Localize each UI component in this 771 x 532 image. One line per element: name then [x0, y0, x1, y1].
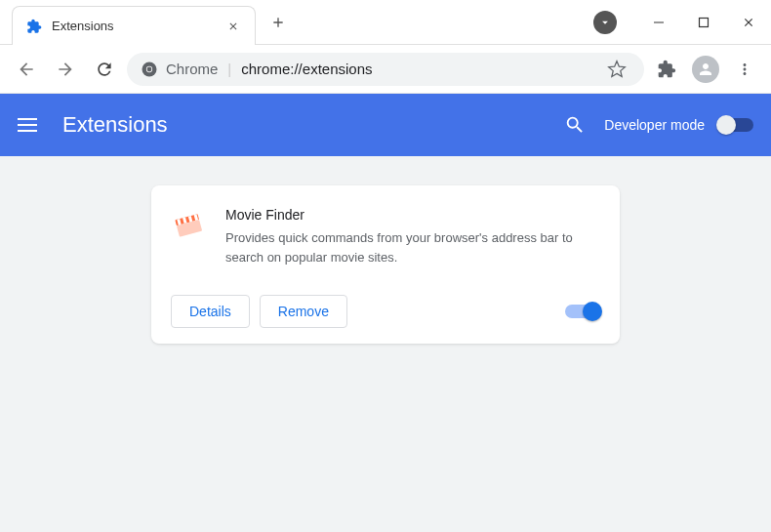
details-button[interactable]: Details: [171, 295, 250, 328]
browser-toolbar: Chrome | chrome://extensions: [0, 45, 771, 94]
page-title: Extensions: [62, 112, 557, 138]
reload-button[interactable]: [88, 53, 121, 86]
window-controls: [636, 0, 771, 44]
url-divider: |: [227, 61, 231, 77]
url-path: chrome://extensions: [241, 61, 372, 77]
extension-description: Provides quick commands from your browse…: [225, 228, 600, 267]
minimize-button[interactable]: [636, 0, 681, 45]
developer-mode-control: Developer mode: [604, 117, 753, 133]
search-icon[interactable]: [557, 107, 592, 143]
svg-rect-0: [654, 21, 664, 22]
profile-avatar[interactable]: [689, 53, 722, 86]
profile-indicator-icon[interactable]: [593, 11, 617, 34]
developer-mode-label: Developer mode: [604, 117, 705, 133]
bookmark-star-icon[interactable]: [603, 56, 630, 83]
maximize-button[interactable]: [681, 0, 726, 45]
extension-card: Movie Finder Provides quick commands fro…: [151, 185, 620, 344]
address-bar[interactable]: Chrome | chrome://extensions: [127, 53, 644, 86]
content-area: Movie Finder Provides quick commands fro…: [0, 156, 771, 532]
extension-name: Movie Finder: [225, 207, 600, 223]
svg-rect-1: [700, 18, 709, 26]
forward-button[interactable]: [49, 53, 82, 86]
remove-button[interactable]: Remove: [260, 295, 347, 328]
developer-mode-toggle[interactable]: [718, 118, 753, 132]
menu-icon[interactable]: [18, 113, 41, 137]
browser-tab[interactable]: Extensions: [12, 6, 256, 45]
chrome-icon: [141, 61, 158, 78]
tab-title: Extensions: [52, 19, 216, 33]
extensions-puzzle-icon[interactable]: [650, 53, 683, 86]
new-tab-button[interactable]: [264, 8, 293, 37]
close-window-button[interactable]: [726, 0, 771, 45]
back-button[interactable]: [10, 53, 43, 86]
svg-point-4: [147, 66, 152, 71]
kebab-menu-icon[interactable]: [728, 53, 761, 86]
extensions-app-bar: Extensions Developer mode: [0, 94, 771, 156]
clapperboard-icon: [171, 207, 206, 242]
puzzle-icon: [26, 19, 42, 34]
close-tab-icon[interactable]: [225, 19, 241, 34]
window-titlebar: Extensions: [0, 0, 771, 45]
extension-enable-toggle[interactable]: [565, 305, 600, 318]
url-scheme-label: Chrome: [166, 61, 218, 77]
